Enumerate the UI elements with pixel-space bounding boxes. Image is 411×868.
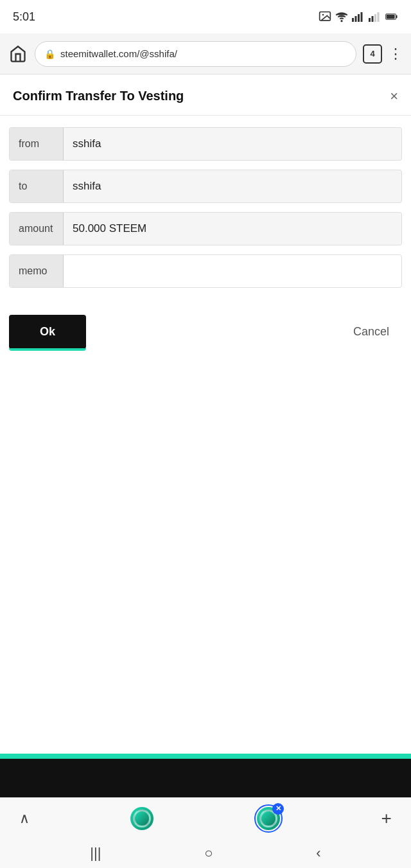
browser-bar: 🔒 steemitwallet.com/@sshifa/ 4 ⋮ — [0, 33, 411, 75]
close-button[interactable]: × — [390, 89, 398, 103]
home-nav-button[interactable]: ○ — [204, 845, 213, 862]
ok-button[interactable]: Ok — [9, 315, 86, 349]
up-arrow-button[interactable]: ∧ — [19, 810, 30, 827]
battery-icon — [385, 10, 398, 23]
browser-menu-button[interactable]: ⋮ — [389, 46, 403, 62]
black-bar — [0, 759, 411, 797]
tab-circle-inner-1 — [133, 810, 151, 828]
status-time: 5:01 — [13, 10, 35, 24]
tab-circle-1 — [130, 807, 153, 830]
from-value: sshifa — [64, 128, 401, 160]
svg-rect-4 — [355, 16, 357, 22]
confirm-dialog: Confirm Transfer To Vesting × from sshif… — [0, 75, 411, 362]
cancel-button[interactable]: Cancel — [340, 315, 402, 349]
svg-rect-12 — [396, 15, 397, 18]
svg-rect-0 — [320, 12, 331, 21]
status-icons — [319, 10, 398, 23]
to-field-row: to sshifa — [9, 170, 402, 203]
teal-accent-bar — [0, 754, 411, 759]
image-icon — [319, 10, 331, 23]
system-nav-row: ||| ○ ‹ — [0, 838, 411, 868]
svg-rect-7 — [369, 18, 371, 22]
browser-nav-bar: ∧ ✕ + ||| ○ ‹ — [0, 797, 411, 868]
dialog-title: Confirm Transfer To Vesting — [13, 89, 184, 103]
address-bar[interactable]: 🔒 steemitwallet.com/@sshifa/ — [35, 41, 356, 67]
back-nav-button[interactable]: ‹ — [316, 845, 320, 862]
lock-icon: 🔒 — [44, 49, 55, 59]
svg-rect-6 — [361, 12, 363, 22]
tab-icon-2-active[interactable]: ✕ — [254, 804, 283, 833]
signal-icon-1 — [352, 10, 365, 23]
dialog-body: from sshifa to sshifa amount 50.000 STEE… — [0, 116, 411, 308]
signal-icon-2 — [369, 10, 381, 23]
dialog-header: Confirm Transfer To Vesting × — [0, 75, 411, 116]
url-text: steemitwallet.com/@sshifa/ — [60, 48, 347, 59]
memo-field-row: memo — [9, 254, 402, 288]
wifi-icon — [335, 10, 348, 23]
svg-rect-8 — [372, 16, 374, 22]
recent-apps-button[interactable]: ||| — [90, 845, 101, 862]
svg-point-1 — [322, 14, 324, 15]
tab-count-badge[interactable]: 4 — [363, 44, 382, 64]
svg-rect-3 — [352, 18, 354, 22]
new-tab-button[interactable]: + — [381, 808, 392, 829]
to-label: to — [10, 170, 64, 202]
memo-label: memo — [10, 255, 64, 287]
svg-rect-10 — [378, 12, 380, 22]
dialog-actions: Ok Cancel — [0, 308, 411, 362]
to-value: sshifa — [64, 170, 401, 202]
tab-icon-1[interactable] — [128, 804, 156, 833]
svg-rect-13 — [387, 15, 395, 19]
from-field-row: from sshifa — [9, 127, 402, 161]
status-bar: 5:01 — [0, 0, 411, 33]
home-button[interactable] — [8, 44, 28, 64]
svg-point-2 — [341, 21, 342, 22]
browser-tabs-row: ∧ ✕ + — [0, 798, 411, 838]
amount-field-row: amount 50.000 STEEM — [9, 212, 402, 245]
page-content — [0, 362, 411, 683]
svg-rect-5 — [358, 14, 360, 22]
svg-rect-9 — [374, 14, 376, 22]
memo-value[interactable] — [64, 255, 401, 287]
amount-value: 50.000 STEEM — [64, 213, 401, 245]
tab-close-badge[interactable]: ✕ — [272, 803, 284, 815]
from-label: from — [10, 128, 64, 160]
amount-label: amount — [10, 213, 64, 245]
